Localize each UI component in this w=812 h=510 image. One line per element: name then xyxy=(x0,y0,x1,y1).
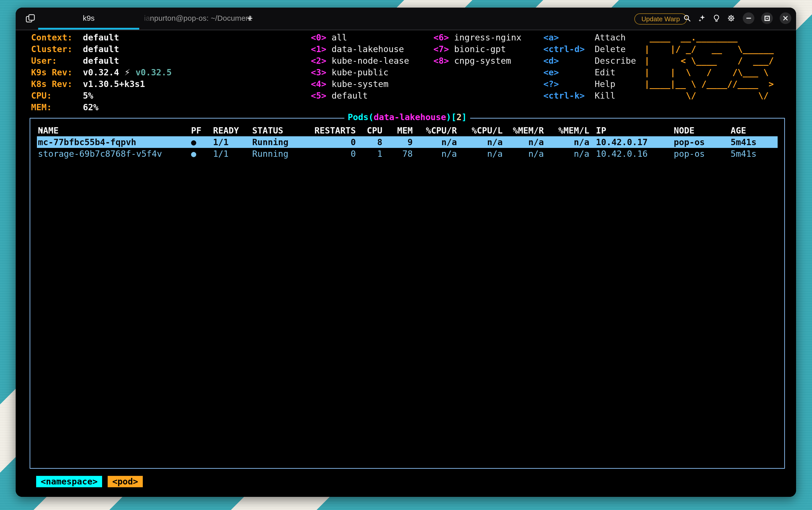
ns-key: <3> xyxy=(311,66,332,78)
pod-ip: 10.42.0.17 xyxy=(596,136,648,148)
tab-bar: k9s ianpurton@pop-os: ~/Document + Updat… xyxy=(16,7,796,30)
col-mem-l[interactable]: %MEM/L xyxy=(558,125,589,136)
ns-name: bionic-gpt xyxy=(454,44,506,54)
ns-key: <7> xyxy=(433,43,454,55)
col-restarts[interactable]: RESTARTS xyxy=(314,125,356,136)
shortcut-key: <ctrl-d> xyxy=(543,43,595,55)
ns-key: <4> xyxy=(311,78,332,90)
command-shortcuts: <a>Attach <ctrl-d>Delete <d>Describe <e>… xyxy=(543,32,636,102)
info-label: K8s Rev: xyxy=(31,78,83,90)
maximize-button[interactable] xyxy=(761,12,773,24)
ns-key: <2> xyxy=(311,55,332,66)
table-row[interactable]: storage-69b7c8768f-v5f4v ● 1/1 Running 0… xyxy=(30,148,784,160)
toolbar-icons xyxy=(683,7,735,29)
ns-key: <1> xyxy=(311,43,332,55)
shortcut-action: Edit xyxy=(595,67,615,77)
tab-shell-label-fade: ia xyxy=(144,14,150,23)
col-node[interactable]: NODE xyxy=(674,125,694,136)
col-mem-r[interactable]: %MEM/R xyxy=(513,125,544,136)
col-cpu-l[interactable]: %CPU/L xyxy=(472,125,503,136)
info-label: MEM: xyxy=(31,102,83,113)
info-value: v1.30.5+k3s1 xyxy=(83,79,145,89)
update-warp-button[interactable]: Update Warp xyxy=(634,13,687,25)
pf-dot-icon: ● xyxy=(191,148,196,160)
col-cpu-r[interactable]: %CPU/R xyxy=(426,125,457,136)
pod-age: 5m41s xyxy=(731,136,756,148)
minimize-icon xyxy=(746,18,751,19)
tab-shell[interactable]: ianpurton@pop-os: ~/Document xyxy=(144,7,252,29)
pod-node: pop-os xyxy=(674,136,705,148)
tab-overview-icon[interactable] xyxy=(25,13,36,23)
col-ip[interactable]: IP xyxy=(596,125,606,136)
ns-name: kube-node-lease xyxy=(332,56,409,66)
shortcut-action: Kill xyxy=(595,90,615,101)
k9s-terminal: Context:default Cluster:default User:def… xyxy=(16,30,796,497)
ns-name: kube-public xyxy=(332,67,388,77)
ns-key: <8> xyxy=(433,55,454,66)
minimize-button[interactable] xyxy=(743,12,754,24)
maximize-icon xyxy=(764,16,770,21)
ns-key: <5> xyxy=(311,90,332,102)
search-icon[interactable] xyxy=(683,14,691,23)
k9s-version-current: v0.32.4 xyxy=(83,67,119,77)
ns-name: ingress-nginx xyxy=(454,32,521,42)
col-age[interactable]: AGE xyxy=(731,125,746,136)
col-mem[interactable]: MEM xyxy=(397,125,413,136)
info-label: K9s Rev: xyxy=(31,66,83,78)
sparkles-ai-icon[interactable] xyxy=(697,14,706,23)
ns-name: cnpg-system xyxy=(454,56,511,66)
pod-name: mc-77bfbc55b4-fqpvh xyxy=(38,136,136,148)
ns-name: kube-system xyxy=(332,79,388,89)
close-icon xyxy=(782,15,788,21)
pods-panel: Pods(data-lakehouse)[2] NAME↑ PF READY S… xyxy=(30,118,785,469)
namespace-shortcuts-col1: <0>all <1>data-lakehouse <2>kube-node-le… xyxy=(311,32,409,102)
breadcrumb: <namespace> <pod> xyxy=(36,476,143,487)
mem-percent: 62% xyxy=(83,102,98,112)
ns-key: <6> xyxy=(433,32,454,43)
window-controls xyxy=(743,7,791,29)
pod-name: storage-69b7c8768f-v5f4v xyxy=(38,148,162,160)
shortcut-key: <?> xyxy=(543,78,595,90)
tab-k9s-label: k9s xyxy=(83,14,95,23)
new-tab-button[interactable]: + xyxy=(244,7,255,29)
tab-k9s[interactable]: k9s xyxy=(38,7,139,29)
namespace-shortcuts-col2: <6>ingress-nginx <7>bionic-gpt <8>cnpg-s… xyxy=(433,32,521,66)
close-button[interactable] xyxy=(780,12,791,24)
shortcut-action: Attach xyxy=(595,32,626,42)
crumb-namespace: <namespace> xyxy=(36,476,102,487)
sort-arrow-icon: ↑ xyxy=(39,125,44,136)
shortcut-key: <e> xyxy=(543,66,595,78)
col-status[interactable]: STATUS xyxy=(252,125,283,136)
lightbulb-icon[interactable] xyxy=(712,14,721,23)
warp-terminal-window: k9s ianpurton@pop-os: ~/Document + Updat… xyxy=(16,7,796,497)
ns-name: data-lakehouse xyxy=(332,44,404,54)
shortcut-key: <ctrl-k> xyxy=(543,90,595,102)
pod-status: Running xyxy=(252,136,288,148)
tab-shell-label: npurton@pop-os: ~/Document xyxy=(150,14,252,23)
info-label: Cluster: xyxy=(31,43,83,55)
col-pf[interactable]: PF xyxy=(191,125,202,136)
info-label: Context: xyxy=(31,32,83,43)
k9s-ascii-logo: ____ __.________ | |/ _/ __ \______| < \… xyxy=(644,32,774,102)
pod-ip: 10.42.0.16 xyxy=(596,148,648,160)
upgrade-bolt-icon: ⚡ xyxy=(124,67,130,77)
info-label: User: xyxy=(31,55,83,66)
ns-name: all xyxy=(332,32,347,42)
info-label: CPU: xyxy=(31,90,83,102)
pods-table: NAME↑ PF READY STATUS RESTARTS CPU MEM %… xyxy=(30,119,784,468)
col-ready[interactable]: READY xyxy=(213,125,239,136)
crumb-pod: <pod> xyxy=(108,476,143,487)
shortcut-action: Delete xyxy=(595,44,626,54)
k9s-version-available: v0.32.5 xyxy=(136,67,172,77)
table-header-row: NAME↑ PF READY STATUS RESTARTS CPU MEM %… xyxy=(30,125,784,136)
active-tab-underline xyxy=(38,28,139,30)
info-value: default xyxy=(83,56,119,66)
ns-key: <0> xyxy=(311,32,332,43)
col-cpu[interactable]: CPU xyxy=(367,125,382,136)
ns-name: default xyxy=(332,90,368,101)
table-row-selected[interactable]: mc-77bfbc55b4-fqpvh ● 1/1 Running 0 8 9 … xyxy=(30,136,784,148)
shortcut-key: <d> xyxy=(543,55,595,66)
pf-dot-icon: ● xyxy=(191,136,196,148)
gear-icon[interactable] xyxy=(727,14,735,23)
info-value: default xyxy=(83,44,119,54)
